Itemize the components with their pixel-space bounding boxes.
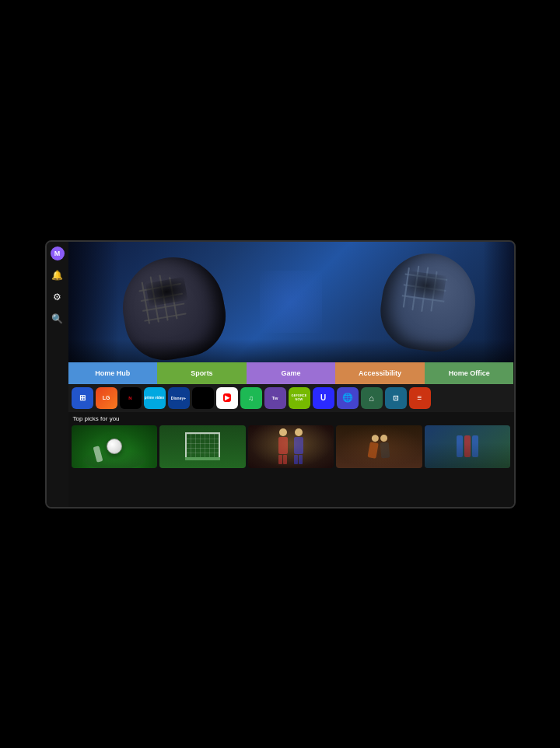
thumbnail-mma[interactable] <box>336 425 422 468</box>
search-icon[interactable]: 🔍 <box>51 312 65 326</box>
main-content: Home Hub Sports Game Accessibility Home … <box>68 242 514 507</box>
app-more[interactable]: ≡ <box>409 387 431 409</box>
hero-background <box>68 242 514 362</box>
app-youtube[interactable]: ▶ <box>216 387 238 409</box>
thumbnails-row <box>72 425 511 468</box>
app-netflix[interactable]: N <box>120 387 142 409</box>
app-upnext[interactable]: U <box>313 387 334 409</box>
tab-home-hub[interactable]: Home Hub <box>68 362 158 384</box>
sidebar: M 🔔 ⚙ 🔍 <box>47 242 68 507</box>
tab-sports[interactable]: Sports <box>157 362 247 384</box>
tab-game[interactable]: Game <box>247 362 336 384</box>
avatar[interactable]: M <box>51 246 65 260</box>
app-twitch[interactable]: Tw <box>264 387 286 409</box>
app-web[interactable]: 🌐 <box>337 387 359 409</box>
bell-icon[interactable]: 🔔 <box>51 268 65 282</box>
nav-tabs: Home Hub Sports Game Accessibility Home … <box>68 362 514 384</box>
app-disney[interactable]: Disney+ <box>168 387 190 409</box>
app-screen-share[interactable]: ⊡ <box>385 387 407 409</box>
thumbnail-boxing[interactable] <box>248 425 334 468</box>
hero-area <box>68 242 514 362</box>
settings-icon[interactable]: ⚙ <box>51 290 65 304</box>
tab-accessibility[interactable]: Accessibility <box>335 362 425 384</box>
app-apps[interactable]: ⊞ <box>72 387 93 409</box>
app-prime[interactable]: prime video <box>144 387 166 409</box>
app-lg[interactable]: LG <box>96 387 117 409</box>
tv-frame: M 🔔 ⚙ 🔍 <box>45 240 516 509</box>
app-spotify[interactable]: ♫ <box>240 387 262 409</box>
thumbnail-football[interactable] <box>425 425 511 468</box>
app-smartthings[interactable]: ⌂ <box>361 387 383 409</box>
apps-row: ⊞ LG N prime video Disney+ ▶ ♫ <box>68 384 514 412</box>
app-apple[interactable] <box>192 387 214 409</box>
section-title: Top picks for you <box>72 415 511 422</box>
center-glow <box>260 271 322 333</box>
app-geforce[interactable]: GEFORCE NOW <box>289 387 310 409</box>
thumbnail-soccer2[interactable] <box>159 425 246 468</box>
avatar-letter: M <box>54 250 61 257</box>
tab-home-office[interactable]: Home Office <box>425 362 514 384</box>
thumbnail-soccer1[interactable] <box>72 425 158 468</box>
content-area: Top picks for you <box>68 412 514 507</box>
